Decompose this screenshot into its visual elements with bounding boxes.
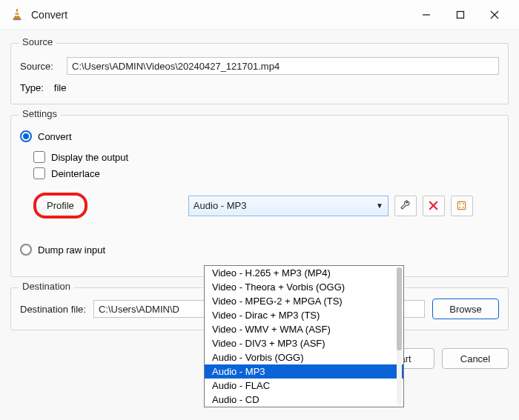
convert-radio[interactable]: Convert	[20, 130, 499, 142]
checkbox-icon	[33, 151, 45, 163]
titlebar: Convert	[0, 0, 519, 30]
profile-option[interactable]: Audio - MP3	[205, 364, 403, 379]
convert-radio-label: Convert	[38, 131, 72, 142]
new-profile-icon	[456, 200, 467, 211]
profile-option[interactable]: Video - Dirac + MP3 (TS)	[205, 308, 403, 322]
radio-icon	[20, 130, 32, 142]
browse-button[interactable]: Browse	[432, 299, 499, 319]
svg-rect-13	[460, 207, 461, 208]
svg-marker-0	[14, 8, 19, 18]
close-button[interactable]	[477, 3, 512, 27]
wrench-icon	[400, 200, 411, 211]
dump-raw-radio[interactable]: Dump raw input	[20, 244, 499, 256]
window-title: Convert	[31, 9, 67, 21]
profile-option[interactable]: Video - H.265 + MP3 (MP4)	[205, 266, 403, 280]
profile-combo-value: Audio - MP3	[194, 200, 247, 211]
settings-group-label: Settings	[19, 108, 61, 119]
source-group: Source Source: Type: file	[10, 43, 509, 104]
profile-delete-button[interactable]	[423, 196, 445, 216]
display-output-checkbox[interactable]: Display the output	[33, 151, 499, 163]
destination-group-label: Destination	[19, 281, 74, 292]
display-output-label: Display the output	[51, 152, 128, 163]
profile-new-button[interactable]	[451, 196, 473, 216]
svg-rect-3	[13, 18, 22, 20]
source-group-label: Source	[19, 36, 56, 47]
settings-group: Settings Convert Display the output Dein…	[10, 115, 509, 277]
x-icon	[428, 200, 439, 211]
profile-option[interactable]: Video - MPEG-2 + MPGA (TS)	[205, 294, 403, 308]
scrollbar[interactable]	[397, 267, 402, 405]
window-controls	[409, 3, 512, 27]
profile-option[interactable]: Video - DIV3 + MP3 (ASF)	[205, 336, 403, 350]
deinterlace-label: Deinterlace	[51, 168, 100, 179]
source-path-input[interactable]	[67, 57, 499, 75]
radio-icon	[20, 244, 32, 256]
source-row: Source:	[20, 57, 499, 75]
profile-option[interactable]: Audio - Vorbis (OGG)	[205, 350, 403, 364]
profile-option[interactable]: Audio - CD	[205, 393, 403, 407]
checkbox-icon	[33, 167, 45, 179]
profile-label: Profile	[33, 193, 87, 219]
svg-rect-10	[458, 201, 466, 209]
chevron-down-icon: ▼	[376, 201, 383, 210]
type-row: Type: file	[20, 82, 499, 93]
svg-rect-12	[463, 203, 464, 204]
profile-option[interactable]: Video - Theora + Vorbis (OGG)	[205, 280, 403, 294]
maximize-button[interactable]	[443, 3, 477, 27]
profile-row: Profile Audio - MP3 ▼	[33, 193, 499, 219]
svg-rect-5	[457, 11, 464, 18]
type-value: file	[54, 82, 67, 93]
cancel-button[interactable]: Cancel	[442, 348, 509, 369]
profile-dropdown-list[interactable]: Video - H.265 + MP3 (MP4)Video - Theora …	[204, 265, 404, 407]
svg-rect-2	[15, 14, 19, 16]
profile-option[interactable]: Video - WMV + WMA (ASF)	[205, 322, 403, 336]
convert-options: Display the output Deinterlace Profile A…	[20, 151, 499, 219]
minimize-button[interactable]	[409, 3, 443, 27]
profile-combo[interactable]: Audio - MP3 ▼	[188, 196, 389, 216]
svg-rect-11	[460, 203, 461, 204]
profile-option[interactable]: Audio - FLAC	[205, 379, 403, 393]
scrollbar-thumb[interactable]	[397, 267, 402, 350]
dump-raw-label: Dump raw input	[38, 244, 105, 256]
svg-rect-14	[463, 207, 464, 208]
source-label: Source:	[20, 61, 61, 72]
vlc-icon	[10, 8, 24, 21]
profile-edit-button[interactable]	[394, 196, 417, 216]
svg-rect-1	[15, 11, 19, 13]
destination-label: Destination file:	[20, 304, 86, 315]
type-label: Type:	[20, 82, 44, 93]
deinterlace-checkbox[interactable]: Deinterlace	[33, 167, 499, 179]
